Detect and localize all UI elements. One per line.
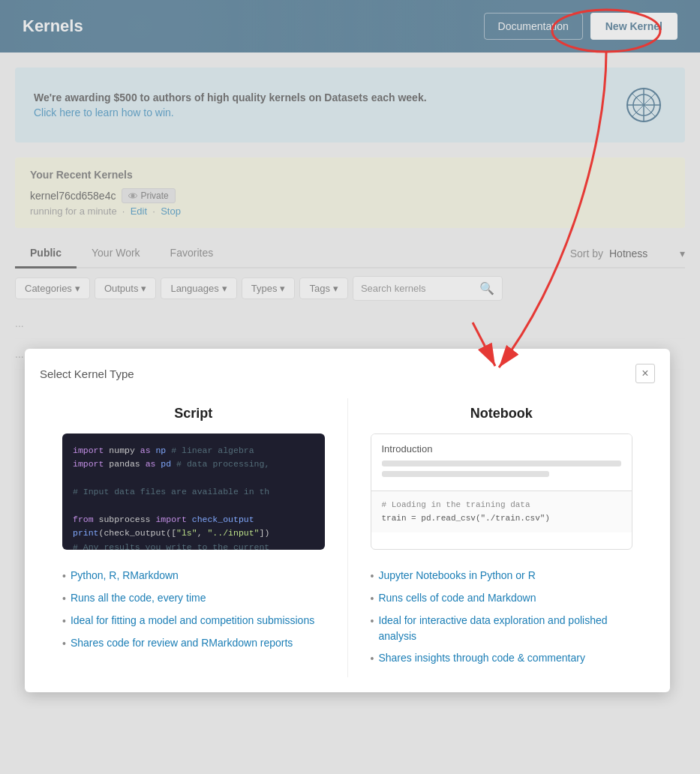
script-title: Script — [62, 406, 325, 422]
feature-item: Ideal for interactive data exploration a… — [371, 610, 633, 647]
nb-code-line2: train = pd.read_csv("./train.csv") — [382, 514, 550, 523]
nb-line-full — [382, 460, 622, 466]
feature-item: Jupyter Notebooks in Python or R — [371, 565, 633, 587]
notebook-title: Notebook — [371, 406, 633, 422]
nb-code-cell: # Loading in the training data train = p… — [371, 491, 632, 532]
script-column: Script import numpy as np # linear algeb… — [40, 398, 348, 677]
nb-code-comment: # Loading in the training data — [382, 500, 530, 509]
nb-intro-title: Introduction — [382, 443, 622, 454]
feature-item: Shares insights through code & commentar… — [371, 647, 633, 670]
feature-item: Python, R, RMarkdown — [62, 565, 325, 587]
feature-item: Ideal for fitting a model and competitio… — [62, 610, 325, 632]
modal-title: Select Kernel Type — [40, 368, 134, 380]
notebook-features: Jupyter Notebooks in Python or R Runs ce… — [371, 565, 633, 670]
notebook-preview: Introduction # Loading in the training d… — [371, 434, 633, 550]
nb-intro-cell: Introduction — [371, 434, 632, 491]
feature-item: Runs all the code, every time — [62, 587, 325, 610]
nb-line-short — [382, 471, 550, 477]
modal-header: Select Kernel Type × — [40, 364, 655, 383]
feature-item: Shares code for review and RMarkdown rep… — [62, 632, 325, 655]
select-kernel-modal: Select Kernel Type × Script import numpy… — [25, 349, 670, 692]
script-preview: import numpy as np # linear algebra impo… — [62, 434, 325, 550]
modal-columns: Script import numpy as np # linear algeb… — [40, 398, 655, 677]
modal-close-button[interactable]: × — [635, 364, 655, 383]
script-features: Python, R, RMarkdown Runs all the code, … — [62, 565, 325, 655]
notebook-column: Notebook Introduction # Loading in the t… — [348, 398, 656, 677]
feature-item: Runs cells of code and Markdown — [371, 587, 633, 610]
